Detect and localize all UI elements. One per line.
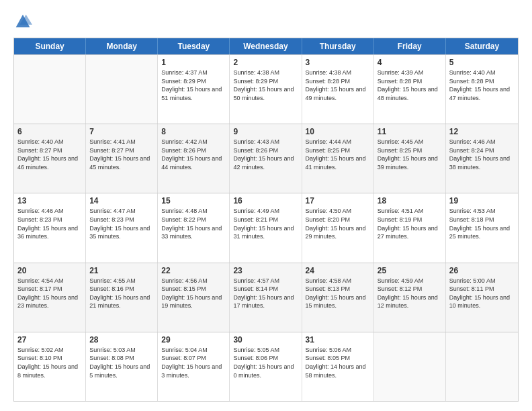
cell-detail: Sunrise: 4:42 AMSunset: 8:26 PMDaylight:…: [161, 138, 226, 171]
day-number: 12: [449, 127, 515, 136]
cell-detail: Sunrise: 4:49 AMSunset: 8:21 PMDaylight:…: [233, 207, 298, 240]
calendar-cell: 16Sunrise: 4:49 AMSunset: 8:21 PMDayligh…: [230, 193, 302, 262]
cell-detail: Sunrise: 4:58 AMSunset: 8:13 PMDaylight:…: [306, 277, 370, 310]
day-number: 9: [233, 127, 298, 136]
cell-detail: Sunrise: 4:51 AMSunset: 8:19 PMDaylight:…: [378, 207, 442, 240]
day-number: 26: [449, 266, 515, 275]
calendar: SundayMondayTuesdayWednesdayThursdayFrid…: [13, 38, 519, 402]
cell-detail: Sunrise: 4:38 AMSunset: 8:29 PMDaylight:…: [233, 68, 298, 102]
cell-detail: Sunrise: 4:40 AMSunset: 8:27 PMDaylight:…: [17, 138, 82, 171]
calendar-cell: 11Sunrise: 4:45 AMSunset: 8:25 PMDayligh…: [374, 124, 446, 193]
cell-detail: Sunrise: 5:06 AMSunset: 8:05 PMDaylight:…: [306, 346, 370, 379]
day-number: 18: [378, 196, 442, 205]
calendar-body: 1Sunrise: 4:37 AMSunset: 8:29 PMDaylight…: [14, 54, 518, 401]
day-number: 11: [378, 127, 442, 136]
calendar-cell: 7Sunrise: 4:41 AMSunset: 8:27 PMDaylight…: [86, 124, 158, 193]
calendar-cell: [374, 332, 446, 401]
cell-detail: Sunrise: 4:39 AMSunset: 8:28 PMDaylight:…: [378, 68, 442, 102]
day-number: 23: [233, 266, 298, 275]
calendar-cell: 3Sunrise: 4:38 AMSunset: 8:28 PMDaylight…: [302, 55, 374, 124]
cell-detail: Sunrise: 4:50 AMSunset: 8:20 PMDaylight:…: [306, 207, 370, 240]
day-number: 15: [161, 196, 226, 205]
calendar-cell: 13Sunrise: 4:46 AMSunset: 8:23 PMDayligh…: [14, 193, 86, 262]
calendar-cell: 30Sunrise: 5:05 AMSunset: 8:06 PMDayligh…: [230, 332, 302, 401]
cell-detail: Sunrise: 4:59 AMSunset: 8:12 PMDaylight:…: [378, 277, 442, 310]
cell-detail: Sunrise: 4:41 AMSunset: 8:27 PMDaylight:…: [89, 138, 154, 171]
logo-icon: [13, 12, 32, 31]
cell-detail: Sunrise: 4:38 AMSunset: 8:28 PMDaylight:…: [306, 68, 370, 102]
calendar-cell: 4Sunrise: 4:39 AMSunset: 8:28 PMDaylight…: [374, 55, 446, 124]
calendar-cell: 8Sunrise: 4:42 AMSunset: 8:26 PMDaylight…: [158, 124, 230, 193]
cell-detail: Sunrise: 5:04 AMSunset: 8:07 PMDaylight:…: [161, 346, 226, 379]
day-number: 21: [89, 266, 154, 275]
cell-detail: Sunrise: 4:46 AMSunset: 8:23 PMDaylight:…: [17, 207, 82, 240]
calendar-cell: 19Sunrise: 4:53 AMSunset: 8:18 PMDayligh…: [446, 193, 518, 262]
cell-detail: Sunrise: 4:40 AMSunset: 8:28 PMDaylight:…: [449, 68, 515, 102]
day-number: 14: [89, 196, 154, 205]
day-of-week-header: Thursday: [302, 38, 374, 54]
calendar-cell: 31Sunrise: 5:06 AMSunset: 8:05 PMDayligh…: [302, 332, 374, 401]
day-number: 8: [161, 127, 226, 136]
day-number: 25: [378, 266, 442, 275]
page: SundayMondayTuesdayWednesdayThursdayFrid…: [0, 0, 532, 411]
calendar-cell: 15Sunrise: 4:48 AMSunset: 8:22 PMDayligh…: [158, 193, 230, 262]
day-number: 3: [306, 58, 370, 67]
calendar-cell: 27Sunrise: 5:02 AMSunset: 8:10 PMDayligh…: [14, 332, 86, 401]
day-number: 13: [17, 196, 82, 205]
calendar-cell: 18Sunrise: 4:51 AMSunset: 8:19 PMDayligh…: [374, 193, 446, 262]
day-number: 2: [233, 58, 298, 67]
calendar-week: 13Sunrise: 4:46 AMSunset: 8:23 PMDayligh…: [14, 193, 518, 262]
day-number: 31: [306, 335, 370, 345]
cell-detail: Sunrise: 4:44 AMSunset: 8:25 PMDaylight:…: [306, 138, 370, 171]
day-number: 28: [89, 335, 154, 345]
cell-detail: Sunrise: 4:46 AMSunset: 8:24 PMDaylight:…: [449, 138, 515, 171]
calendar-cell: 28Sunrise: 5:03 AMSunset: 8:08 PMDayligh…: [86, 332, 158, 401]
calendar-cell: 20Sunrise: 4:54 AMSunset: 8:17 PMDayligh…: [14, 263, 86, 332]
calendar-cell: [14, 55, 86, 124]
day-number: 7: [89, 127, 154, 136]
calendar-cell: 10Sunrise: 4:44 AMSunset: 8:25 PMDayligh…: [302, 124, 374, 193]
day-of-week-header: Sunday: [14, 38, 86, 54]
calendar-cell: 14Sunrise: 4:47 AMSunset: 8:23 PMDayligh…: [86, 193, 158, 262]
day-of-week-header: Friday: [374, 38, 446, 54]
day-number: 17: [306, 196, 370, 205]
calendar-cell: [86, 55, 158, 124]
calendar-cell: 26Sunrise: 5:00 AMSunset: 8:11 PMDayligh…: [446, 263, 518, 332]
cell-detail: Sunrise: 4:55 AMSunset: 8:16 PMDaylight:…: [89, 277, 154, 310]
cell-detail: Sunrise: 5:05 AMSunset: 8:06 PMDaylight:…: [233, 346, 298, 379]
cell-detail: Sunrise: 4:57 AMSunset: 8:14 PMDaylight:…: [233, 277, 298, 310]
cell-detail: Sunrise: 5:00 AMSunset: 8:11 PMDaylight:…: [449, 277, 515, 310]
cell-detail: Sunrise: 4:56 AMSunset: 8:15 PMDaylight:…: [161, 277, 226, 310]
calendar-week: 27Sunrise: 5:02 AMSunset: 8:10 PMDayligh…: [14, 332, 518, 401]
calendar-cell: 22Sunrise: 4:56 AMSunset: 8:15 PMDayligh…: [158, 263, 230, 332]
header: [13, 12, 519, 31]
calendar-week: 1Sunrise: 4:37 AMSunset: 8:29 PMDaylight…: [14, 54, 518, 124]
day-number: 22: [161, 266, 226, 275]
calendar-week: 6Sunrise: 4:40 AMSunset: 8:27 PMDaylight…: [14, 124, 518, 193]
day-number: 30: [233, 335, 298, 345]
day-of-week-header: Monday: [86, 38, 158, 54]
cell-detail: Sunrise: 5:02 AMSunset: 8:10 PMDaylight:…: [17, 346, 82, 379]
calendar-cell: 5Sunrise: 4:40 AMSunset: 8:28 PMDaylight…: [446, 55, 518, 124]
day-number: 5: [449, 58, 515, 67]
cell-detail: Sunrise: 4:45 AMSunset: 8:25 PMDaylight:…: [378, 138, 442, 171]
cell-detail: Sunrise: 4:43 AMSunset: 8:26 PMDaylight:…: [233, 138, 298, 171]
day-of-week-header: Tuesday: [158, 38, 230, 54]
day-number: 16: [233, 196, 298, 205]
calendar-cell: 9Sunrise: 4:43 AMSunset: 8:26 PMDaylight…: [230, 124, 302, 193]
calendar-cell: 21Sunrise: 4:55 AMSunset: 8:16 PMDayligh…: [86, 263, 158, 332]
cell-detail: Sunrise: 5:03 AMSunset: 8:08 PMDaylight:…: [89, 346, 154, 379]
cell-detail: Sunrise: 4:53 AMSunset: 8:18 PMDaylight:…: [449, 207, 515, 240]
day-number: 6: [17, 127, 82, 136]
calendar-week: 20Sunrise: 4:54 AMSunset: 8:17 PMDayligh…: [14, 263, 518, 332]
calendar-cell: 24Sunrise: 4:58 AMSunset: 8:13 PMDayligh…: [302, 263, 374, 332]
calendar-header-row: SundayMondayTuesdayWednesdayThursdayFrid…: [14, 38, 518, 54]
cell-detail: Sunrise: 4:47 AMSunset: 8:23 PMDaylight:…: [89, 207, 154, 240]
calendar-cell: 23Sunrise: 4:57 AMSunset: 8:14 PMDayligh…: [230, 263, 302, 332]
calendar-cell: 6Sunrise: 4:40 AMSunset: 8:27 PMDaylight…: [14, 124, 86, 193]
day-number: 4: [378, 58, 442, 67]
day-number: 29: [161, 335, 226, 345]
logo: [13, 12, 34, 31]
calendar-cell: 1Sunrise: 4:37 AMSunset: 8:29 PMDaylight…: [158, 55, 230, 124]
day-of-week-header: Wednesday: [230, 38, 302, 54]
